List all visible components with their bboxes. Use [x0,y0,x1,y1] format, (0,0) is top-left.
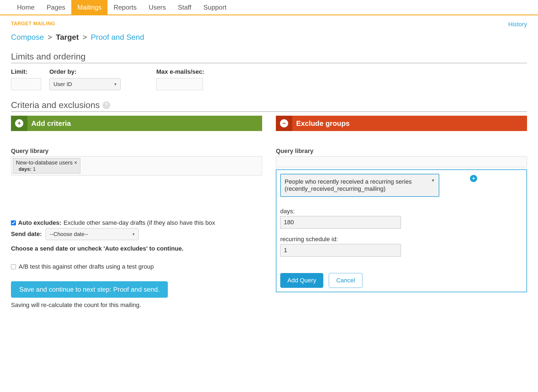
breadcrumb: Compose > Target > Proof and Send [11,33,527,42]
send-date-select[interactable]: --Choose date-- [46,228,139,240]
add-query-button[interactable]: Add Query [280,273,323,288]
auto-excludes-description: Exclude other same-day drafts (if they a… [64,219,215,226]
schedule-param-label: recurring schedule id: [280,236,523,243]
query-library-label-right: Query library [276,147,527,155]
exclude-groups-banner[interactable]: Exclude groups [276,116,527,131]
criteria-tag-param: days: 1 [16,166,36,172]
add-exclude-icon[interactable] [470,175,477,182]
exclude-query-value: People who recently received a recurring… [285,178,412,192]
criteria-tag-name: New-to-database users × [16,160,77,166]
exclude-groups-label: Exclude groups [292,119,350,128]
max-emails-label: Max e-mails/sec: [156,68,204,75]
criteria-tag[interactable]: New-to-database users × days: 1 [13,158,80,174]
breadcrumb-sep-2: > [83,33,87,41]
order-by-value: User ID [53,81,72,87]
limit-input[interactable] [11,78,41,90]
limit-label: Limit: [11,68,41,75]
exclude-groups-icon-box [276,116,292,131]
days-param-label: days: [280,208,523,215]
save-note: Saving will re-calculate the count for t… [11,302,262,309]
breadcrumb-sep-1: > [48,33,52,41]
schedule-param-input[interactable] [280,244,401,257]
exclude-query-select[interactable]: People who recently received a recurring… [280,174,439,197]
plus-icon [15,119,23,127]
history-link[interactable]: History [508,21,527,28]
cancel-button[interactable]: Cancel [329,273,362,288]
target-mailing-label: TARGET MAILING [11,21,55,27]
limit-group: Limit: [11,68,41,90]
nav-mailings[interactable]: Mailings [71,0,107,15]
nav-pages[interactable]: Pages [41,0,71,15]
ab-test-label: A/B test this against other drafts using… [19,263,154,270]
top-nav: Home Pages Mailings Reports Users Staff … [0,0,538,15]
query-library-box-right[interactable] [276,156,527,167]
send-date-value: --Choose date-- [50,231,88,237]
query-library-box-left[interactable]: New-to-database users × days: 1 [11,156,262,175]
auto-excludes-checkbox[interactable] [11,220,16,225]
order-by-select[interactable]: User ID [49,78,121,90]
limits-title: Limits and ordering [11,52,527,63]
add-criteria-icon-box [11,116,27,131]
max-emails-group: Max e-mails/sec: [156,68,204,90]
breadcrumb-proof-and-send[interactable]: Proof and Send [91,33,144,41]
add-criteria-label: Add criteria [27,119,71,128]
auto-excludes-line: Auto excludes: Exclude other same-day dr… [11,219,262,226]
minus-icon [280,119,288,127]
order-by-label: Order by: [49,68,121,75]
query-library-label-left: Query library [11,147,262,155]
criteria-title-text: Criteria and exclusions [11,100,100,110]
send-date-warning: Choose a send date or uncheck 'Auto excl… [11,245,262,252]
days-param-input[interactable] [280,216,401,229]
nav-reports[interactable]: Reports [107,0,143,15]
save-continue-button[interactable]: Save and continue to next step: Proof an… [11,281,168,298]
add-criteria-banner[interactable]: Add criteria [11,116,262,131]
criteria-title: Criteria and exclusions ? [11,100,527,112]
max-emails-input[interactable] [156,78,203,90]
nav-support[interactable]: Support [197,0,233,15]
breadcrumb-compose[interactable]: Compose [11,33,44,41]
order-by-group: Order by: User ID [49,68,121,90]
auto-excludes-label: Auto excludes: [18,219,61,226]
nav-home[interactable]: Home [11,0,41,15]
ab-test-checkbox[interactable] [11,264,16,269]
nav-users[interactable]: Users [143,0,172,15]
send-date-label: Send date: [11,231,42,238]
help-icon[interactable]: ? [103,101,110,109]
nav-staff[interactable]: Staff [172,0,197,15]
exclude-panel: People who recently received a recurring… [276,169,527,292]
breadcrumb-target: Target [56,33,79,41]
